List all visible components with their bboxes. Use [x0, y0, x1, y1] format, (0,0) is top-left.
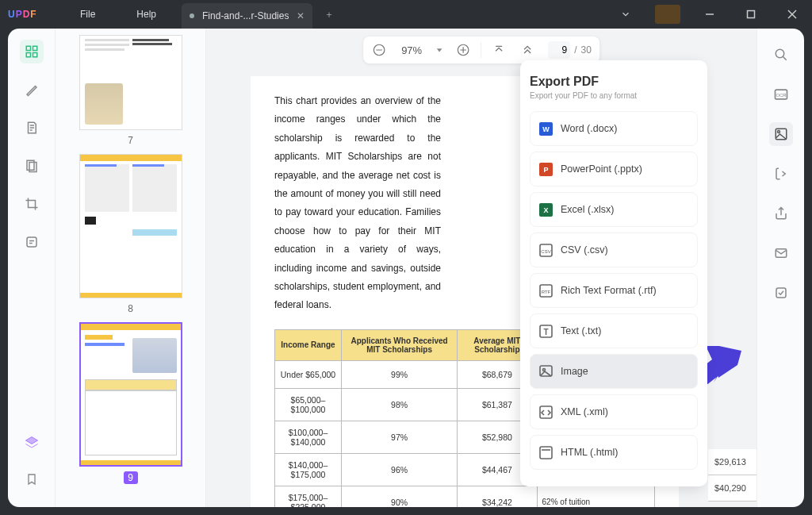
zoom-level: 97% [396, 44, 427, 56]
table-header: Income Range [275, 329, 342, 360]
email-icon[interactable] [769, 241, 793, 265]
html-icon [538, 445, 553, 459]
document-tab[interactable]: Find-and-...r-Studies ✕ [182, 3, 312, 29]
svg-marker-14 [437, 48, 442, 52]
export-option-html[interactable]: HTML (.html) [530, 435, 698, 470]
svg-line-38 [783, 56, 787, 60]
zoom-out-button[interactable] [368, 39, 390, 61]
main-viewer: 97% / 30 This chart provides an overview… [206, 29, 756, 507]
svg-rect-7 [33, 53, 36, 57]
thumbnail-page-9[interactable] [79, 322, 182, 467]
export-option-image[interactable]: Image [530, 354, 698, 389]
thumbnails-tool-icon[interactable] [20, 40, 44, 63]
svg-rect-6 [26, 53, 30, 57]
right-rail: OCR [756, 29, 804, 507]
maximize-button[interactable] [733, 0, 769, 29]
left-rail [8, 29, 56, 507]
thumbnail-number: 7 [70, 135, 191, 146]
rtf-icon: RTF [538, 283, 553, 298]
svg-rect-4 [26, 46, 30, 50]
thumbnail-number: 8 [70, 303, 191, 314]
svg-text:CSV: CSV [541, 249, 550, 254]
document-paragraph: This chart provides an overview of the i… [274, 92, 441, 315]
svg-rect-34 [540, 447, 552, 459]
top-menu: File Help [59, 0, 177, 29]
table-extra-cells: $29,613 $40,290 [708, 449, 756, 507]
svg-marker-36 [704, 346, 741, 378]
svg-rect-45 [776, 288, 786, 298]
tab-title: Find-and-...r-Studies [202, 10, 289, 21]
table-row: $175,000–$225,00090%$34,24262% of tuitio… [275, 486, 655, 507]
tab-indicator-icon [190, 13, 194, 18]
svg-rect-5 [33, 46, 36, 50]
crop-tool-icon[interactable] [20, 192, 44, 216]
page-total: 30 [581, 44, 592, 56]
thumbnail-page-7[interactable] [79, 35, 182, 130]
share-icon[interactable] [769, 202, 793, 225]
thumbnail-page-8[interactable] [79, 154, 182, 298]
export-option-powerpoint[interactable]: PPowerPoint (.pptx) [530, 152, 698, 186]
excel-icon: X [538, 202, 553, 217]
new-tab-button[interactable]: ＋ [319, 4, 339, 25]
export-option-xml[interactable]: XML (.xml) [530, 394, 698, 429]
viewer-toolbar: 97% / 30 [363, 37, 599, 63]
chevron-down-icon[interactable] [607, 0, 644, 29]
svg-text:W: W [542, 125, 550, 133]
search-icon[interactable] [769, 43, 793, 67]
powerpoint-icon: P [538, 162, 553, 176]
first-page-button[interactable] [488, 39, 510, 61]
image-icon [538, 364, 553, 379]
svg-marker-11 [25, 437, 37, 444]
csv-icon: CSV [538, 243, 553, 257]
menu-help[interactable]: Help [116, 0, 177, 29]
svg-text:OCR: OCR [776, 93, 786, 98]
convert-icon[interactable] [769, 162, 793, 186]
menu-file[interactable]: File [59, 0, 116, 29]
app-body: 7 8 [8, 29, 804, 507]
svg-rect-1 [748, 11, 755, 18]
export-icon[interactable] [769, 122, 793, 146]
page-tool-icon[interactable] [20, 154, 44, 178]
export-option-excel[interactable]: XExcel (.xlsx) [530, 192, 698, 227]
svg-text:T: T [543, 328, 548, 336]
thumbnail-panel[interactable]: 7 8 [56, 29, 206, 507]
export-panel: Export PDF Export your PDF to any format… [520, 60, 707, 486]
export-option-csv[interactable]: CSVCSV (.csv) [530, 233, 698, 267]
svg-text:RTF: RTF [541, 290, 550, 294]
xml-icon [538, 405, 553, 419]
word-icon: W [538, 121, 553, 136]
export-option-txt[interactable]: TText (.txt) [530, 313, 698, 348]
bookmark-icon[interactable] [20, 467, 44, 491]
export-option-word[interactable]: WWord (.docx) [530, 111, 698, 146]
page-current-input[interactable] [548, 41, 570, 59]
titlebar: UPDF File Help Find-and-...r-Studies ✕ ＋ [0, 0, 812, 29]
text-icon: T [538, 324, 553, 338]
prev-page-button[interactable] [516, 39, 538, 61]
thumbnail-number-selected: 9 [124, 471, 138, 484]
layers-icon[interactable] [20, 431, 44, 455]
close-button[interactable] [774, 0, 810, 29]
app-logo: UPDF [0, 9, 48, 20]
save-icon[interactable] [769, 281, 793, 305]
export-title: Export PDF [530, 75, 698, 89]
form-tool-icon[interactable] [20, 230, 44, 254]
minimize-button[interactable] [691, 0, 728, 29]
export-option-rtf[interactable]: RTFRich Text Format (.rtf) [530, 273, 698, 308]
edit-tool-icon[interactable] [20, 116, 44, 140]
zoom-in-button[interactable] [452, 39, 474, 61]
export-subtitle: Export your PDF to any format [530, 91, 698, 100]
zoom-dropdown-icon[interactable] [433, 39, 446, 61]
ocr-icon[interactable]: OCR [769, 83, 793, 106]
svg-point-37 [776, 49, 784, 58]
svg-text:X: X [543, 206, 548, 214]
svg-rect-10 [27, 237, 36, 247]
tab-close-icon[interactable]: ✕ [297, 10, 304, 21]
highlight-tool-icon[interactable] [20, 78, 44, 102]
svg-point-42 [777, 131, 779, 133]
brand-badge [655, 5, 680, 24]
page-indicator: / 30 [545, 41, 595, 59]
svg-text:P: P [543, 166, 548, 174]
table-header: Applicants Who Received MIT Scholarships [341, 329, 457, 360]
